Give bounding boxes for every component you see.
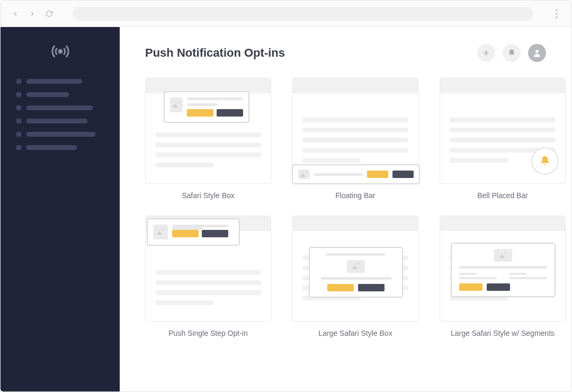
template-card-large-safari-segments[interactable]: Large Safari Style w/ Segments: [440, 216, 566, 337]
card-label: Large Safari Style w/ Segments: [451, 329, 555, 337]
url-bar[interactable]: [73, 7, 533, 21]
notifications-button[interactable]: [503, 44, 521, 62]
card-preview: [145, 216, 271, 322]
card-preview: [440, 216, 566, 322]
template-card-safari-style-box[interactable]: Safari Style Box: [145, 78, 271, 200]
popup-preview: [147, 218, 240, 246]
bell-icon: [507, 49, 516, 57]
floating-bar-preview: [292, 164, 420, 184]
browser-window: Push Notification Opt-ins: [0, 0, 572, 392]
template-card-large-safari-style[interactable]: Large Safari Style Box: [292, 216, 418, 337]
card-preview: [292, 78, 418, 184]
popup-preview: [451, 243, 556, 297]
image-icon: [347, 260, 365, 273]
card-label: Push Single Step Opt-in: [168, 329, 247, 337]
main-content: Push Notification Opt-ins: [120, 27, 571, 391]
svg-point-3: [535, 50, 539, 53]
sidebar-item[interactable]: [16, 92, 104, 97]
image-icon: [298, 170, 310, 179]
broadcast-icon: [51, 42, 70, 63]
header-actions: [477, 44, 546, 62]
template-card-floating-bar[interactable]: Floating Bar: [292, 78, 418, 200]
template-card-push-single-step[interactable]: Push Single Step Opt-in: [145, 216, 271, 337]
browser-toolbar: [1, 1, 571, 27]
page-title: Push Notification Opt-ins: [145, 46, 285, 60]
card-preview: [145, 78, 271, 184]
image-icon: [170, 97, 183, 112]
popup-preview: [309, 247, 403, 298]
sidebar-nav: [1, 79, 120, 150]
image-icon: [494, 249, 512, 262]
page-header: Push Notification Opt-ins: [145, 44, 546, 62]
popup-preview: [164, 91, 249, 123]
card-label: Bell Placed Bar: [477, 191, 528, 200]
template-card-bell-placed-bar[interactable]: Bell Placed Bar: [440, 78, 566, 200]
browser-menu-button[interactable]: [552, 9, 561, 19]
card-label: Safari Style Box: [182, 191, 235, 200]
user-icon: [532, 48, 542, 58]
bell-icon: [539, 155, 551, 167]
user-avatar[interactable]: [528, 44, 546, 62]
forward-button[interactable]: [28, 10, 37, 18]
plus-icon: [482, 49, 490, 57]
bell-badge: [531, 147, 559, 175]
sidebar-item[interactable]: [16, 79, 104, 84]
app-body: Push Notification Opt-ins: [1, 27, 571, 391]
sidebar-item[interactable]: [16, 145, 104, 150]
sidebar: [1, 27, 120, 391]
card-label: Floating Bar: [335, 191, 375, 200]
svg-point-0: [59, 50, 62, 53]
template-grid: Safari Style Box: [145, 78, 546, 337]
add-button[interactable]: [477, 44, 495, 62]
sidebar-item[interactable]: [16, 105, 104, 110]
image-icon: [153, 225, 168, 239]
sidebar-item[interactable]: [16, 119, 104, 123]
refresh-button[interactable]: [45, 10, 53, 18]
card-preview: [292, 216, 418, 322]
card-label: Large Safari Style Box: [318, 329, 392, 337]
card-preview: [440, 78, 566, 184]
back-button[interactable]: [11, 10, 20, 18]
sidebar-item[interactable]: [16, 132, 104, 137]
